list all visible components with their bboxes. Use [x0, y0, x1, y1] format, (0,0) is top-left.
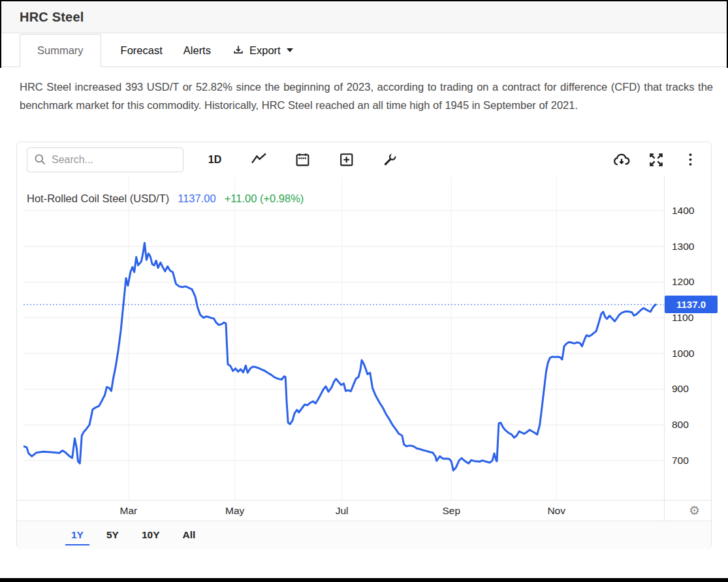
search-icon	[34, 153, 46, 166]
calendar-icon[interactable]	[293, 149, 311, 170]
series-name: Hot-Rolled Coil Steel (USD/T)	[27, 192, 169, 205]
chart-toolbar: 1D	[17, 142, 711, 177]
tab-summary-label: Summary	[37, 44, 84, 57]
tab-alerts-label: Alerts	[183, 44, 211, 57]
series-price: 1137.00	[178, 192, 215, 205]
download-chart-icon[interactable]	[612, 149, 631, 170]
y-axis-label: 700	[672, 455, 689, 467]
download-icon	[232, 44, 245, 57]
series-change: +11.00 (+0.98%)	[225, 192, 304, 205]
range-option-all[interactable]: All	[176, 521, 203, 549]
fullscreen-icon[interactable]	[647, 149, 665, 170]
y-axis-label: 1100	[672, 312, 693, 324]
tab-forecast-label: Forecast	[121, 44, 163, 57]
chart-card: 1D	[16, 142, 712, 549]
x-axis: ⚙ MarMayJulSepNov	[17, 500, 711, 521]
y-axis-label: 1000	[672, 348, 694, 360]
x-axis-label: Nov	[547, 505, 565, 517]
range-option-5y[interactable]: 5Y	[99, 521, 126, 549]
gear-icon[interactable]: ⚙	[689, 503, 700, 519]
chevron-down-icon	[287, 48, 293, 52]
chart-legend: Hot-Rolled Coil Steel (USD/T) 1137.00 +1…	[27, 192, 304, 205]
add-indicator-icon[interactable]	[337, 149, 355, 170]
search-input[interactable]	[52, 154, 169, 166]
y-axis-label: 900	[672, 383, 689, 395]
y-axis-label: 1300	[672, 241, 694, 253]
tab-summary[interactable]: Summary	[20, 34, 101, 67]
x-axis-label: May	[225, 505, 244, 517]
x-axis-label: Jul	[336, 505, 349, 517]
tab-bar: Summary Forecast Alerts Export	[0, 34, 728, 67]
window-edge-bottom	[0, 578, 728, 582]
description: HRC Steel increased 393 USD/T or 52.82% …	[20, 78, 713, 114]
toolbar-right-group	[612, 149, 699, 170]
tab-forecast[interactable]: Forecast	[110, 34, 173, 67]
y-axis-line	[664, 177, 665, 521]
tools-icon[interactable]	[381, 149, 399, 170]
window: HRC Steel Summary Forecast Alerts Export…	[0, 0, 728, 582]
window-edge-left	[0, 0, 1, 68]
x-axis-label: Mar	[120, 505, 138, 517]
chart-area: Hot-Rolled Coil Steel (USD/T) 1137.00 +1…	[17, 177, 711, 521]
chart-plot-svg[interactable]	[24, 177, 664, 500]
more-options-icon[interactable]	[681, 149, 699, 170]
interval-button[interactable]: 1D	[206, 149, 224, 170]
range-option-1y[interactable]: 1Y	[64, 521, 91, 549]
range-option-10y[interactable]: 10Y	[135, 521, 167, 549]
y-axis-label: 1200	[672, 276, 694, 288]
search-box	[27, 147, 183, 172]
window-edge-top	[0, 0, 728, 1]
page-header: HRC Steel	[0, 1, 728, 33]
line-chart-type-icon[interactable]	[249, 149, 268, 170]
x-axis-label: Sep	[443, 505, 461, 517]
tab-export-label: Export	[249, 44, 281, 57]
tab-alerts[interactable]: Alerts	[173, 34, 221, 67]
price-tag: 1137.0	[665, 296, 718, 313]
range-selector: 1Y 5Y 10Y All	[17, 521, 711, 549]
y-axis-label: 1400	[672, 205, 694, 217]
y-axis-label: 800	[672, 419, 689, 431]
tab-export[interactable]: Export	[221, 34, 304, 67]
page-title: HRC Steel	[20, 10, 84, 25]
